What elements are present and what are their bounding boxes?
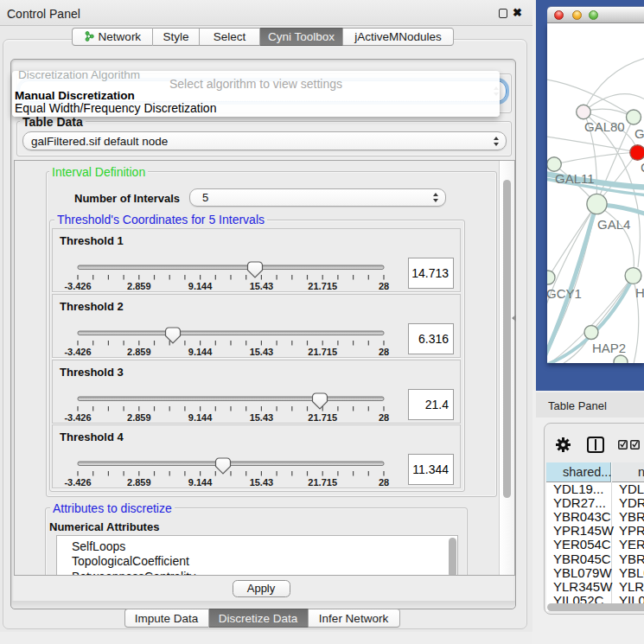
svg-text:H: H <box>635 285 644 300</box>
svg-text:GAL80: GAL80 <box>584 119 625 134</box>
svg-text:HAP2: HAP2 <box>592 341 626 355</box>
svg-text:GAL11: GAL11 <box>555 171 595 186</box>
svg-text:GAL: GAL <box>634 126 644 141</box>
svg-text:C: C <box>641 160 644 175</box>
svg-text:GAL4: GAL4 <box>597 217 630 232</box>
svg-text:GCY1: GCY1 <box>547 286 582 301</box>
